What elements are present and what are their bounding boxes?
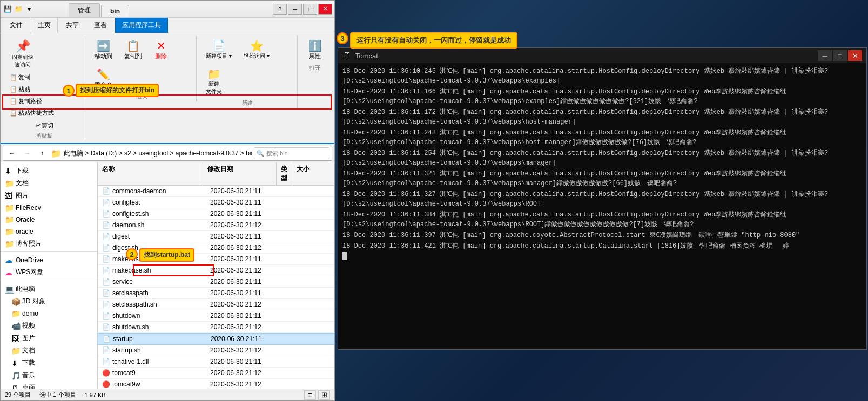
move-to-btn[interactable]: ➡️ 移动到 [90, 37, 117, 63]
ribbon-tab-share[interactable]: 共享 [59, 18, 86, 33]
file-size [291, 257, 334, 261]
maximize-btn[interactable]: □ [303, 4, 317, 15]
sidebar-item-music[interactable]: 🎵 音乐 [1, 369, 97, 382]
up-btn[interactable]: ↑ [36, 147, 49, 159]
table-row[interactable]: 📄configtest.sh 2020-06-30 21:11 [98, 208, 334, 220]
cmd-close-btn[interactable]: ✕ [848, 50, 862, 61]
annotation-2-text: 找到startup.bat [139, 248, 194, 262]
header-name[interactable]: 名称 [98, 162, 203, 185]
table-row[interactable]: 🔴tomcat9w 2020-06-30 21:12 [98, 379, 334, 389]
close-btn[interactable]: ✕ [318, 4, 332, 15]
down-arrow-btn[interactable]: ▾ [24, 4, 34, 14]
file-type [282, 337, 291, 341]
table-row[interactable]: 🔴tomcat9 2020-06-30 21:12 [98, 368, 334, 379]
cmd-minimize-btn[interactable]: ─ [818, 50, 832, 61]
address-input[interactable] [64, 148, 252, 159]
address-bar: ← → ↑ 📁 🔍 [3, 146, 332, 161]
copy-to-btn[interactable]: 📋 复制到 [119, 37, 147, 63]
open-group-label: 打开 [309, 64, 320, 72]
easy-access-btn[interactable]: ⭐ 轻松访问 ▾ [239, 37, 274, 63]
table-row[interactable]: 📄tcnative-1.dll 2020-06-30 21:11 [98, 356, 334, 368]
new-folder-btn[interactable]: 📁 新建文件夹 [201, 65, 227, 98]
file-size [291, 349, 334, 352]
table-row[interactable]: 📄startup.sh 2020-06-30 21:12 [98, 345, 334, 356]
cmd-maximize-btn[interactable]: □ [833, 50, 847, 61]
header-size[interactable]: 大小 [292, 162, 334, 185]
sidebar-item-dl[interactable]: ⬇ 下载 [1, 357, 97, 369]
file-name: 📄service [98, 276, 206, 287]
properties-label: 属性 [309, 52, 321, 60]
copy-btn[interactable]: 📋 复制 [7, 72, 57, 83]
table-row[interactable]: 📄makebase.sh 2020-06-30 21:12 [98, 265, 334, 276]
file-type [281, 371, 291, 375]
oracle-icon: 📁 [5, 227, 14, 236]
header-date[interactable]: 修改日期 [203, 162, 277, 185]
sidebar-item-pictures[interactable]: 🖼 图片 [1, 189, 97, 202]
sidebar-item-filerecv[interactable]: 📁 FileRecv [1, 202, 97, 214]
file-date: 2020-06-30 21:12 [206, 220, 281, 230]
table-row[interactable]: 📄service 2020-06-30 21:11 [98, 276, 334, 288]
sidebar-label-3d: 3D 对象 [22, 297, 45, 306]
table-row[interactable]: 📄shutdown.sh 2020-06-30 21:12 [98, 322, 334, 333]
onedrive-icon: ☁ [5, 256, 14, 264]
forward-btn[interactable]: → [21, 147, 33, 159]
table-row[interactable]: 📄commons-daemon 2020-06-30 21:11 [98, 186, 334, 197]
table-row[interactable]: 📄configtest 2020-06-30 21:11 [98, 197, 334, 208]
view-details-btn[interactable]: ≡ [304, 390, 316, 400]
paste-shortcut-btn[interactable]: 📋 粘贴快捷方式 [7, 107, 57, 119]
file-icon: 📄 [102, 346, 110, 354]
paste-btn[interactable]: 📋 粘贴 [7, 84, 57, 95]
view-icons-btn[interactable]: ⊞ [318, 390, 330, 400]
sidebar-item-Oracle[interactable]: 📁 Oracle [1, 214, 97, 226]
back-btn[interactable]: ← [5, 147, 18, 159]
cut-btn[interactable]: ✂ 剪切 [33, 120, 56, 131]
pin-to-quick-btn[interactable]: 📌 固定到快速访问 [7, 37, 38, 71]
ribbon-tab-home[interactable]: 主页 [31, 18, 58, 33]
properties-btn[interactable]: ℹ️ 属性 [303, 37, 327, 63]
sidebar-item-oracle[interactable]: 📁 oracle [1, 226, 97, 237]
main-area: ⬇ 下载 📁 文档 🖼 图片 📁 FileRecv 📁 Oracle 📁 [1, 162, 334, 389]
sidebar-item-desktop[interactable]: 🖥 桌面 [1, 382, 97, 389]
sidebar-item-thispc[interactable]: 💻 此电脑 [1, 283, 97, 295]
table-row[interactable]: 📄shutdown 2020-06-30 21:11 [98, 310, 334, 322]
sidebar-item-docs[interactable]: 📁 文档 [1, 177, 97, 189]
title-bar: 💾 📁 ▾ 管理 bin ? ─ □ ✕ [1, 1, 334, 18]
table-row[interactable]: 📄digest 2020-06-30 21:11 [98, 231, 334, 242]
sidebar-item-3d[interactable]: 📦 3D 对象 [1, 295, 97, 308]
file-size [291, 212, 334, 215]
3d-icon: 📦 [11, 297, 20, 306]
save-quick-btn[interactable]: 💾 [3, 4, 12, 14]
cmd-content[interactable]: 18-Dec-2020 11:36:10.245 淇℃伅 [main] org.… [338, 63, 866, 349]
delete-btn[interactable]: ✕ 删除 [149, 37, 173, 63]
table-row[interactable]: 📄setclasspath.sh 2020-06-30 21:12 [98, 299, 334, 310]
tab-manage[interactable]: 管理 [69, 3, 100, 17]
copy-path-btn[interactable]: 📋 复制路径 [7, 96, 57, 107]
ribbon-tab-file[interactable]: 文件 [3, 18, 30, 33]
table-row[interactable]: 📄setclasspath 2020-06-30 21:11 [98, 288, 334, 299]
search-box: 🔍 [254, 147, 329, 159]
header-type[interactable]: 类型 [277, 162, 292, 185]
ribbon-tab-apptools[interactable]: 应用程序工具 [115, 18, 168, 33]
minimize-btn[interactable]: ─ [288, 4, 302, 15]
folder-qa-btn[interactable]: 📁 [14, 4, 23, 14]
ribbon: 文件 主页 共享 查看 应用程序工具 📌 固定到快速访问 📋 复制 [1, 18, 334, 144]
search-input[interactable] [266, 150, 326, 157]
sidebar-item-blog-photos[interactable]: 📁 博客照片 [1, 237, 97, 250]
ribbon-tabs: 文件 主页 共享 查看 应用程序工具 [1, 18, 334, 33]
sidebar-item-wps[interactable]: ☁ WPS网盘 [1, 266, 97, 278]
cmd-line: 18-Dec-2020 11:36:11.248 淇℃伅 [main] org.… [342, 128, 862, 147]
sidebar-item-documents[interactable]: 📁 文档 [1, 344, 97, 357]
file-date: 2020-06-30 21:11 [206, 231, 281, 242]
sidebar-item-downloads[interactable]: ⬇ 下载 [1, 165, 97, 177]
new-item-btn[interactable]: 📄 新建项目 ▾ [201, 37, 237, 63]
help-btn[interactable]: ? [273, 4, 287, 15]
cmd-line: 18-Dec-2020 11:36:11.166 淇℃伅 [main] org.… [342, 87, 862, 106]
sidebar-item-video[interactable]: 📹 视频 [1, 320, 97, 332]
sidebar-item-onedrive[interactable]: ☁ OneDrive [1, 254, 97, 266]
table-row[interactable]: 📄daemon.sh 2020-06-30 21:12 [98, 220, 334, 231]
table-row[interactable]: 📄startup 2020-06-30 21:11 [98, 333, 334, 345]
sidebar-item-pics[interactable]: 🖼 图片 [1, 332, 97, 344]
sidebar-item-demo[interactable]: 📁 demo [1, 308, 97, 320]
ribbon-tab-view[interactable]: 查看 [87, 18, 114, 33]
tab-bin[interactable]: bin [101, 5, 129, 17]
